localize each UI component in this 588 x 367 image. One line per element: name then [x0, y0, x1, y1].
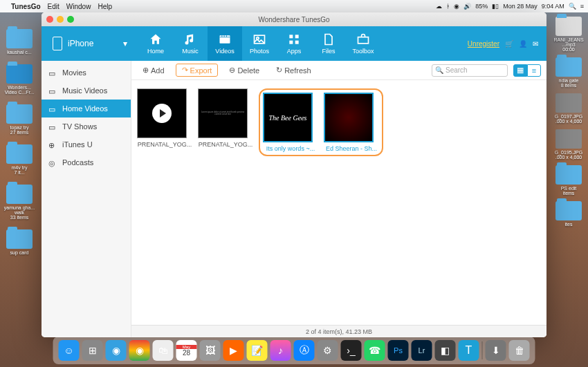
menu-icon[interactable]: ≡: [580, 3, 584, 10]
sidebar-item-podcasts[interactable]: ◎Podcasts: [42, 153, 131, 171]
svg-rect-0: [220, 35, 230, 44]
wifi-icon[interactable]: ◉: [454, 3, 459, 10]
dock-photoshop[interactable]: Ps: [388, 340, 409, 361]
dock-notes[interactable]: 📝: [247, 340, 268, 361]
delete-button[interactable]: ⊖Delete: [223, 64, 265, 76]
dock-downloads[interactable]: ⬇: [486, 340, 506, 361]
dock-launchpad[interactable]: ⊞: [82, 340, 103, 361]
video-item[interactable]: PRENATAL_YOG...: [137, 88, 192, 148]
tab-toolbox[interactable]: Toolbox: [346, 26, 380, 61]
video-item[interactable]: Lorem ipsum dolor sit amet text thumb pr…: [198, 88, 253, 148]
view-grid-button[interactable]: ▦: [513, 64, 527, 77]
desktop-folder[interactable]: sup card: [2, 229, 37, 255]
menu-window[interactable]: Window: [66, 3, 91, 10]
search-input[interactable]: 🔍Search: [432, 64, 508, 77]
video-grid: PRENATAL_YOG... Lorem ipsum dolor sit am…: [131, 80, 546, 325]
tab-home[interactable]: Home: [138, 26, 173, 61]
home-icon: [149, 32, 163, 46]
desktop-icons-left: kaushal c... Wonders...Video C...Fr... t…: [2, 29, 37, 255]
menubar-time[interactable]: 9:04 AM: [542, 3, 564, 10]
tab-apps[interactable]: Apps: [277, 26, 311, 61]
video-item[interactable]: The Bee Gees Its only words ~...: [263, 93, 318, 152]
mail-icon[interactable]: ✉: [533, 40, 538, 48]
desktop-folder[interactable]: PS edit items: [551, 165, 586, 196]
tv-shows-icon: ▭: [48, 123, 58, 130]
refresh-icon: ↻: [276, 66, 282, 75]
tab-music[interactable]: Music: [173, 26, 208, 61]
refresh-button[interactable]: ↻Refresh: [270, 64, 317, 76]
dock-preview[interactable]: 🖼: [200, 340, 221, 361]
dock-trash[interactable]: 🗑: [509, 340, 530, 361]
dock-finder[interactable]: ☺: [59, 340, 80, 361]
device-selector[interactable]: iPhone ▾: [42, 37, 138, 50]
app-window: Wondershare TunesGo iPhone ▾ Home Music …: [42, 12, 546, 337]
desktop-folder[interactable]: kaushal c...: [2, 29, 37, 55]
tab-videos[interactable]: Videos: [208, 26, 242, 61]
desktop-folder[interactable]: ites: [551, 201, 586, 227]
dock-itunes[interactable]: ♪: [270, 340, 291, 361]
dock-chrome[interactable]: ◉: [129, 340, 150, 361]
add-button[interactable]: ⊕Add: [137, 64, 170, 76]
videos-icon: [218, 32, 232, 46]
desktop-folder[interactable]: yamuna gha... walk33 items: [2, 185, 37, 220]
svg-rect-3: [289, 35, 293, 38]
dock-player[interactable]: ▶: [223, 340, 244, 361]
photos-icon: [252, 32, 266, 46]
desktop-image[interactable]: G_0195.JPG.000 x 4,000: [551, 129, 586, 160]
menubar-date[interactable]: Mon 28 May: [503, 3, 538, 10]
svg-rect-7: [358, 37, 369, 44]
svg-rect-6: [295, 41, 299, 44]
tab-photos[interactable]: Photos: [242, 26, 277, 61]
window-title: Wondershare TunesGo: [42, 16, 546, 23]
dock-app[interactable]: ◧: [435, 340, 456, 361]
sidebar-item-itunes-u[interactable]: ⊕iTunes U: [42, 135, 131, 153]
files-icon: [322, 32, 336, 46]
dock-lightroom[interactable]: Lr: [412, 340, 432, 361]
battery-icon[interactable]: ▮▯: [492, 3, 499, 10]
desktop-file[interactable]: RANI_JEANS ...mp300:00: [551, 17, 586, 52]
desktop-folder[interactable]: ndia gate8 items: [551, 57, 586, 88]
movies-icon: ▭: [48, 69, 58, 76]
desktop-icons-right: RANI_JEANS ...mp300:00 ndia gate8 items …: [551, 17, 586, 227]
svg-rect-4: [295, 35, 299, 38]
user-icon[interactable]: 👤: [519, 40, 527, 48]
dock-store[interactable]: 🛍: [153, 340, 174, 361]
chevron-down-icon: ▾: [123, 39, 127, 48]
menu-help[interactable]: Help: [98, 3, 112, 10]
export-icon: ↷: [182, 66, 188, 75]
cart-icon[interactable]: 🛒: [505, 40, 513, 48]
sidebar-item-home-videos[interactable]: ▭Home Videos: [42, 100, 131, 117]
spotlight-icon[interactable]: 🔍: [569, 3, 576, 10]
sidebar-item-music-videos[interactable]: ▭Music Videos: [42, 82, 131, 100]
dock-safari[interactable]: ◉: [106, 340, 127, 361]
sidebar-item-movies[interactable]: ▭Movies: [42, 64, 131, 82]
tab-files[interactable]: Files: [311, 26, 346, 61]
cloud-icon[interactable]: ☁: [436, 3, 442, 10]
dock-calendar[interactable]: May28: [176, 340, 197, 361]
bluetooth-icon[interactable]: ᚼ: [446, 3, 450, 10]
itunes-u-icon: ⊕: [48, 141, 58, 148]
desktop-folder[interactable]: topaz try27 items: [2, 104, 37, 135]
sidebar-item-tv-shows[interactable]: ▭TV Shows: [42, 117, 131, 135]
video-item[interactable]: Ed Sheeran - Sh...: [324, 93, 379, 152]
menu-edit[interactable]: Edit: [48, 3, 59, 10]
dock-terminal[interactable]: ›_: [341, 340, 362, 361]
dock-prefs[interactable]: ⚙: [318, 340, 338, 361]
toolbox-icon: [356, 32, 370, 46]
dock-whatsapp[interactable]: ☎: [365, 340, 385, 361]
podcasts-icon: ◎: [48, 159, 58, 166]
dock-appstore[interactable]: Ⓐ: [294, 340, 315, 361]
dock-tunesgo[interactable]: T: [459, 340, 479, 361]
titlebar[interactable]: Wondershare TunesGo: [42, 12, 546, 26]
desktop-app[interactable]: Wonders...Video C...Fr...: [2, 64, 37, 95]
volume-icon[interactable]: 🔊: [463, 3, 471, 10]
desktop-image[interactable]: G_0197.JPG.000 x 4,000: [551, 93, 586, 124]
view-list-button[interactable]: ≡: [527, 64, 541, 77]
search-icon: 🔍: [435, 66, 443, 74]
desktop-folder[interactable]: m4v try7 it...: [2, 144, 37, 175]
battery-pct: 85%: [475, 3, 488, 10]
unregister-link[interactable]: Unregister: [468, 40, 499, 48]
home-videos-icon: ▭: [48, 105, 58, 112]
menubar-appname[interactable]: TunesGo: [11, 3, 41, 10]
export-button[interactable]: ↷Export: [176, 64, 219, 77]
